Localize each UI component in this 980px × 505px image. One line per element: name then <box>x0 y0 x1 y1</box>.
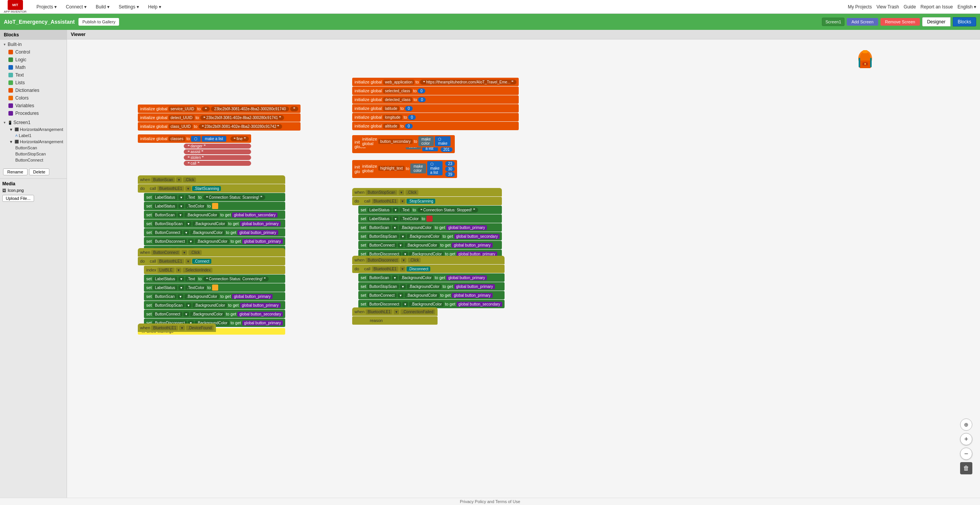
sidebar-item-lists[interactable]: Lists <box>0 79 67 87</box>
text-color-nums: 23 30 39 <box>445 161 455 177</box>
logic-label: Logic <box>15 57 26 62</box>
nav-report-issue[interactable]: Report an Issue <box>921 4 953 10</box>
mit-logo: MIT APP INVENTOR <box>4 0 26 13</box>
buttondisconnect-click-group: when ButtonDisconnect ▾ .Click do call B… <box>352 256 505 308</box>
set-buttonconnect-bgcolor4: set ButtonConnect ▾ .BackgroundColor to … <box>358 291 505 299</box>
class-list-items: ❝ danger ❞ ❝ assist ❞ ❝ stolen ❞ ❝ call … <box>184 144 251 166</box>
sidebar-item-dictionaries[interactable]: Dictionaries <box>0 87 67 94</box>
tree-label1[interactable]: A Label1 <box>0 132 67 139</box>
tree-button-stop-scan[interactable]: ButtonStopScan <box>0 151 67 157</box>
yellow-color-chip2 <box>212 284 218 291</box>
set-labelstatus-text2: set LabelStatus ▾ .Text to ❝ Connection … <box>358 206 502 214</box>
label1-label: Label1 <box>19 133 31 138</box>
zoom-in-button[interactable]: + <box>960 433 972 445</box>
screen1-group[interactable]: ▼ 📱 Screen1 <box>0 119 67 126</box>
set-labelstatus-textcolor1: set LabelStatus ▾ .TextColor to <box>144 202 285 210</box>
arrangement-icon: ⬛ <box>15 127 19 131</box>
set-labelstatus-text1: set LabelStatus ▾ .Text to ❝ Connection … <box>144 193 285 201</box>
nav-build[interactable]: Build ▾ <box>93 3 113 11</box>
init-classes: initialize global classes to ⬡ make a li… <box>138 134 251 143</box>
nav-connect[interactable]: Connect ▾ <box>63 3 90 11</box>
remove-screen-button[interactable]: Remove Screen <box>880 18 920 26</box>
expand-icon: ▼ <box>9 127 13 132</box>
buttonstopscan-label: ButtonStopScan <box>15 152 46 156</box>
upload-button[interactable]: Upload File... <box>2 195 34 202</box>
nav-right: My Projects View Trash Guide Report an I… <box>848 4 976 10</box>
trash-button[interactable]: 🗑 <box>960 462 972 474</box>
nav-help[interactable]: Help ▾ <box>145 3 164 11</box>
add-screen-button[interactable]: Add Screen <box>847 18 878 26</box>
nav-view-trash[interactable]: View Trash <box>876 4 899 10</box>
highlight-text-row: initialize global highlight_text to make… <box>360 160 445 177</box>
math-color <box>8 65 13 70</box>
set-buttonstopscan-bgcolor4: set ButtonStopScan ▾ .BackgroundColor to… <box>358 282 505 291</box>
lists-label: Lists <box>15 80 25 85</box>
viewer[interactable]: Viewer initialize glo <box>67 30 980 505</box>
zoom-out-button[interactable]: − <box>960 448 972 460</box>
connection-failed-event: when BluetoothLE1 ▾ .ConnectionFailed <box>352 307 438 316</box>
footer: Privacy Policy and Terms of Use <box>0 498 980 505</box>
set-buttonstopscan-bgcolor1: set ButtonStopScan ▾ .BackgroundColor to… <box>144 219 285 228</box>
nav-english[interactable]: English ▾ <box>957 4 976 10</box>
sidebar-item-variables[interactable]: Variables <box>0 102 67 109</box>
target-button[interactable]: ⊕ <box>960 418 972 431</box>
buttonscan-click-event: when ButtonScan ▾ .Click <box>138 175 285 184</box>
set-buttonscan-bgcolor4: set ButtonScan ▾ .BackgroundColor to get… <box>358 273 505 282</box>
project-name: AIoT_Emergency_Assistant <box>4 19 75 25</box>
sidebar-actions: Rename Delete <box>0 167 67 177</box>
colors-color <box>8 96 13 100</box>
text-color <box>8 73 13 77</box>
screen-selector[interactable]: Screen1 <box>822 18 844 26</box>
blocks-canvas[interactable]: initialize global service_UUID to ❝ 23bc… <box>67 39 909 505</box>
set-labelstatus-text3: set LabelStatus ▾ .Text to ❝ Connection … <box>144 275 285 283</box>
screen1-triangle: ▼ <box>3 121 6 124</box>
svg-point-5 <box>864 63 866 65</box>
init-selected-class: initialize global selected_class to 0 <box>352 87 519 95</box>
buttonscan-click-group: when ButtonScan ▾ .Click do call Bluetoo… <box>138 175 285 254</box>
nav-guide[interactable]: Guide <box>904 4 916 10</box>
device-found-event: when BluetoothLE1 ▾ .DeviceFound <box>138 324 216 332</box>
tree-horizontal-arrangement-2[interactable]: ▼ ⬛ HorizontalArrangement <box>6 139 67 145</box>
blocks-button[interactable]: Blocks <box>953 17 976 26</box>
init-altitude: initialize global altitude to 0 <box>352 122 519 130</box>
bluetooth-connection-failed-group: when BluetoothLE1 ▾ .ConnectionFailed re… <box>352 307 438 325</box>
sidebar-item-logic[interactable]: Logic <box>0 56 67 64</box>
set-buttonscan-bgcolor1: set ButtonScan ▾ .BackgroundColor to get… <box>144 211 285 219</box>
designer-button[interactable]: Designer <box>922 17 951 26</box>
buttonconnect-click-event: when ButtonConnect ▾ .Click <box>138 248 285 257</box>
built-in-group[interactable]: ▼ Built-in <box>0 41 67 48</box>
tree-button-connect[interactable]: ButtonConnect <box>0 157 67 163</box>
tree-button-scan[interactable]: ButtonScan <box>0 145 67 151</box>
sidebar-item-text[interactable]: Text <box>0 71 67 79</box>
file-icon: 🖼 <box>2 188 6 193</box>
set-buttonstopscan-bgcolor3: set ButtonStopScan ▾ .BackgroundColor to… <box>144 301 285 309</box>
logic-color <box>8 57 13 62</box>
yellow-color-chip <box>212 203 218 209</box>
nav-my-projects[interactable]: My Projects <box>848 4 872 10</box>
buttonscan-label: ButtonScan <box>15 145 37 150</box>
classes-block: initialize global classes to ⬡ make a li… <box>138 134 251 166</box>
rename-button[interactable]: Rename <box>3 168 28 175</box>
delete-button[interactable]: Delete <box>29 168 50 175</box>
sidebar-item-math[interactable]: Math <box>0 64 67 71</box>
set-labelstatus-textcolor3: set LabelStatus ▾ .TextColor to <box>144 283 285 292</box>
footer-text[interactable]: Privacy Policy and Terms of Use <box>460 499 520 504</box>
lists-color <box>8 80 13 85</box>
nav-projects[interactable]: Projects ▾ <box>33 3 60 11</box>
svg-rect-2 <box>862 50 868 53</box>
control-color <box>8 50 13 54</box>
sidebar-item-colors[interactable]: Colors <box>0 94 67 102</box>
tree-horizontal-arrangement-1[interactable]: ▼ ⬛ HorizontalArrangement <box>6 126 67 132</box>
nav-settings[interactable]: Settings ▾ <box>116 3 142 11</box>
set-buttonstopscan-bgcolor2: set ButtonStopScan ▾ .BackgroundColor to… <box>358 232 502 240</box>
set-labelstatus-textcolor2: set LabelStatus ▾ .TextColor to <box>358 214 502 223</box>
reason-param: reason <box>352 316 438 325</box>
built-in-triangle: ▼ <box>3 43 6 46</box>
sidebar-item-procedures[interactable]: Procedures <box>0 109 67 117</box>
sidebar-item-control[interactable]: Control <box>0 48 67 56</box>
media-title: Media <box>2 181 64 186</box>
publish-button[interactable]: Publish to Gallery <box>78 18 119 26</box>
project-bar: AIoT_Emergency_Assistant Publish to Gall… <box>0 14 980 30</box>
bluetooth-device-found-group: when BluetoothLE1 ▾ .DeviceFound <box>138 324 216 332</box>
set-buttondisconnect-bgcolor1: set ButtonDisconnect ▾ .BackgroundColor … <box>144 237 285 245</box>
